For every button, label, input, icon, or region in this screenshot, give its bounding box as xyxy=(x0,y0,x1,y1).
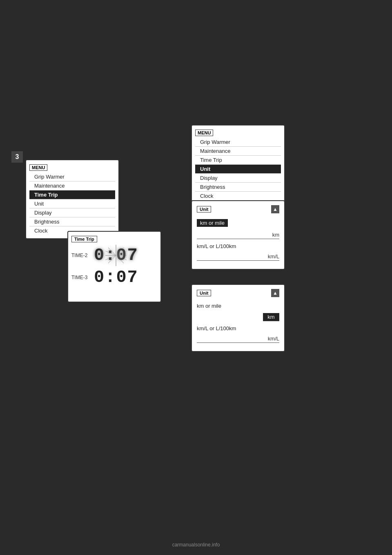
up-arrow-icon-1[interactable]: ▲ xyxy=(271,205,279,213)
unit-tag-1: Unit xyxy=(197,206,211,213)
timetrip-row-2: TIME-3 0:07 xyxy=(71,268,157,287)
unit-row-2b-label[interactable]: km/L or L/100km xyxy=(197,325,279,331)
menu-item-brightness-2[interactable]: Brightness xyxy=(195,183,281,192)
unit-header-2: Unit ▲ xyxy=(197,289,279,297)
unit-row-1b-value[interactable]: km/L xyxy=(197,253,279,261)
menu-item-maintenance-2[interactable]: Maintenance xyxy=(195,147,281,156)
unit-row-2a-value[interactable]: km xyxy=(263,313,279,321)
timetrip-label-2: TIME-3 xyxy=(71,275,94,280)
unit-row-2a-label[interactable]: km or mile xyxy=(197,303,279,309)
menu-item-brightness-1[interactable]: Brightness xyxy=(29,217,115,226)
menu-panel-2: MENU Grip Warmer Maintenance Time Trip U… xyxy=(191,125,285,204)
up-arrow-icon-2[interactable]: ▲ xyxy=(271,289,279,297)
menu-item-grip-warmer-1[interactable]: Grip Warmer xyxy=(29,172,115,181)
menu-tag-1: MENU xyxy=(29,164,47,171)
timetrip-tag: Time Trip xyxy=(71,236,97,242)
timetrip-label-1: TIME-2 xyxy=(71,253,94,258)
unit-row-1a: km or mile xyxy=(197,219,279,228)
unit-row-2a-value-row: km xyxy=(197,313,279,321)
menu-item-unit-2[interactable]: Unit xyxy=(195,165,281,174)
menu-tag-2: MENU xyxy=(195,130,213,136)
unit-row-1b: km/L or L/100km xyxy=(197,243,279,249)
menu-item-grip-warmer-2[interactable]: Grip Warmer xyxy=(195,138,281,147)
unit-row-1a-label[interactable]: km or mile xyxy=(197,219,228,227)
unit-row-1a-value[interactable]: km xyxy=(197,232,279,239)
watermark: carmanualsonline.info xyxy=(172,542,220,548)
menu-item-maintenance-1[interactable]: Maintenance xyxy=(29,181,115,190)
timetrip-panel: Time Trip TIME-2 0:07 TIME-3 0:0 xyxy=(67,231,161,302)
unit-tag-2: Unit xyxy=(197,290,211,296)
timetrip-burst: 0:07 xyxy=(94,246,138,265)
section-number: 3 xyxy=(11,151,23,163)
timetrip-row-1: TIME-2 0:07 xyxy=(71,246,157,265)
timetrip-value-2: 0:07 xyxy=(94,268,138,287)
menu-item-time-trip-2[interactable]: Time Trip xyxy=(195,156,281,165)
menu-item-time-trip-1[interactable]: Time Trip xyxy=(29,190,115,199)
unit-row-2a: km or mile xyxy=(197,303,279,309)
menu-item-clock-2[interactable]: Clock xyxy=(195,192,281,200)
menu-item-display-1[interactable]: Display xyxy=(29,208,115,217)
unit-row-1b-value-row: km/L xyxy=(197,253,279,261)
unit-row-2b: km/L or L/100km xyxy=(197,325,279,331)
unit-row-1b-label[interactable]: km/L or L/100km xyxy=(197,243,279,249)
menu-item-unit-1[interactable]: Unit xyxy=(29,199,115,208)
menu-item-display-2[interactable]: Display xyxy=(195,174,281,183)
unit-header-1: Unit ▲ xyxy=(197,205,279,213)
menu-panel-1: MENU Grip Warmer Maintenance Time Trip U… xyxy=(25,159,119,239)
unit-row-2b-value-row: km/L xyxy=(197,336,279,343)
timetrip-value-1: 0:07 xyxy=(94,246,138,265)
unit-row-2b-value[interactable]: km/L xyxy=(197,336,279,343)
unit-panel-1: Unit ▲ km or mile km km/L or L/100km km/… xyxy=(191,200,285,270)
unit-panel-2: Unit ▲ km or mile km km/L or L/100km km/… xyxy=(191,284,285,352)
unit-row-1a-value-row: km xyxy=(197,232,279,239)
